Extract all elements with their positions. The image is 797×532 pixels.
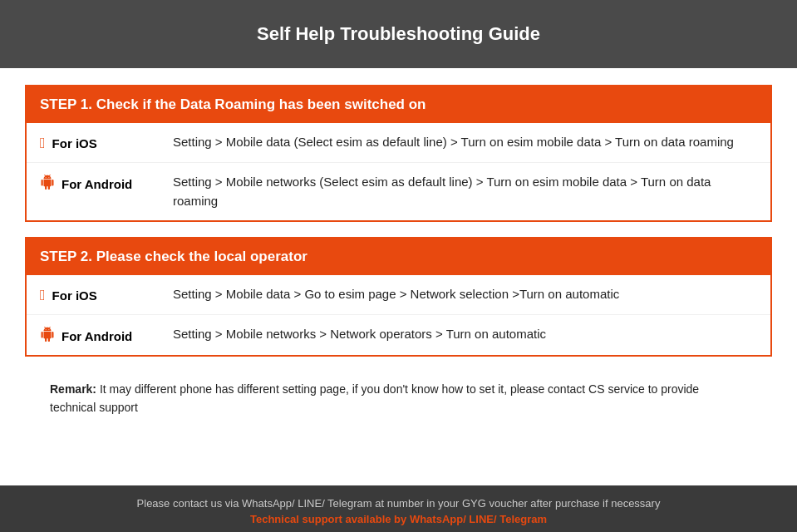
step1-ios-label:  For iOS — [40, 133, 173, 152]
remark-label: Remark: — [50, 382, 96, 396]
android-icon — [40, 175, 55, 193]
apple-icon:  — [40, 135, 46, 152]
step1-block: STEP 1. Check if the Data Roaming has be… — [25, 85, 772, 222]
step2-android-label: For Android — [40, 325, 173, 345]
footer: Please contact us via WhatsApp/ LINE/ Te… — [0, 485, 797, 532]
step1-android-text: Setting > Mobile networks (Select esim a… — [173, 173, 757, 210]
step2-ios-label:  For iOS — [40, 285, 173, 304]
step1-body:  For iOS Setting > Mobile data (Select … — [27, 123, 770, 220]
remark-section: Remark: It may different phone has diffe… — [25, 372, 772, 426]
step2-ios-text: Setting > Mobile data > Go to esim page … — [173, 285, 757, 304]
footer-support: Technical support available by WhatsApp/… — [17, 513, 780, 525]
step2-android-row: For Android Setting > Mobile networks > … — [27, 315, 770, 355]
main-content: STEP 1. Check if the Data Roaming has be… — [0, 68, 797, 485]
step1-android-label: For Android — [40, 173, 173, 193]
android-icon-2 — [40, 327, 55, 345]
page-title: Self Help Troubleshooting Guide — [257, 23, 540, 44]
remark-text: It may different phone has different set… — [50, 382, 699, 414]
page-header: Self Help Troubleshooting Guide — [0, 0, 797, 68]
step2-ios-row:  For iOS Setting > Mobile data > Go to … — [27, 275, 770, 315]
step1-android-row: For Android Setting > Mobile networks (S… — [27, 163, 770, 220]
step2-body:  For iOS Setting > Mobile data > Go to … — [27, 275, 770, 355]
step2-header: STEP 2. Please check the local operator — [27, 239, 770, 275]
step2-block: STEP 2. Please check the local operator … — [25, 237, 772, 357]
apple-icon-2:  — [40, 287, 46, 304]
step2-android-text: Setting > Mobile networks > Network oper… — [173, 325, 757, 344]
step1-ios-row:  For iOS Setting > Mobile data (Select … — [27, 123, 770, 163]
step1-header: STEP 1. Check if the Data Roaming has be… — [27, 86, 770, 123]
footer-contact: Please contact us via WhatsApp/ LINE/ Te… — [17, 497, 780, 510]
step1-ios-text: Setting > Mobile data (Select esim as de… — [173, 133, 757, 152]
